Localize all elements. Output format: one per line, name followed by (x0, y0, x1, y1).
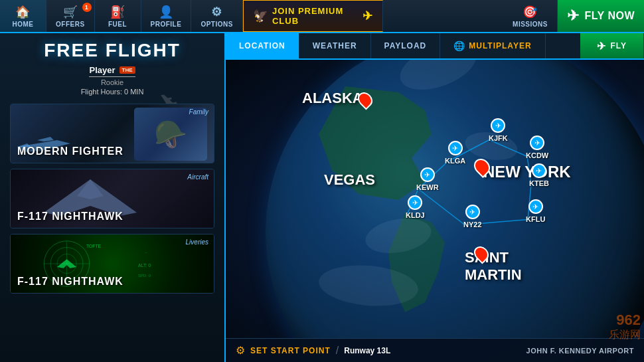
fly-tab-icon: ✈ (597, 40, 606, 52)
fly-now-icon: ✈ (567, 7, 580, 25)
kteb-label: KTEB (529, 179, 549, 187)
watermark-962: 962 (616, 312, 641, 329)
nav-fly-now[interactable]: ✈ FLY NOW (558, 0, 644, 32)
airport-kteb[interactable]: ✈ KTEB (529, 163, 549, 187)
saint-martin-pin[interactable] (475, 246, 488, 262)
airport-kflu[interactable]: ✈ KFLU (526, 199, 545, 223)
gear-icon: ⚙ (236, 344, 245, 357)
premium-wing-right: ✈ (362, 9, 373, 23)
nav-options-label: OPTIONS (201, 21, 233, 28)
profile-icon: 👤 (159, 5, 174, 19)
ny22-label: NY22 (463, 221, 482, 228)
set-start-point-button[interactable]: ⚙ SET START POINT (236, 344, 331, 357)
svg-text:ALT: 0: ALT: 0 (138, 263, 151, 268)
options-icon: ⚙ (211, 5, 222, 19)
tab-weather-label: WEATHER (313, 41, 357, 50)
svg-text:SPD: 0: SPD: 0 (138, 274, 151, 278)
kflu-label: KFLU (526, 215, 545, 223)
airport-name: JOHN F. KENNEDY AIRPORT (526, 347, 634, 355)
runway-separator: / (336, 345, 339, 357)
set-start-label: SET START POINT (250, 346, 331, 355)
tab-fly[interactable]: ✈ FLY (580, 33, 644, 58)
offers-icon: 🛒 (63, 5, 78, 19)
missions-icon: 🎯 (523, 5, 538, 19)
fuel-icon: ⛽ (110, 5, 125, 19)
kjfk-label: KJFK (489, 134, 508, 142)
right-panel: LOCATION WEATHER PAYLOAD 🌐 MULTIPLAYER ✈… (226, 33, 644, 362)
svg-text:TOFTE: TOFTE (86, 244, 102, 248)
airport-klga[interactable]: ✈ KLGA (445, 141, 465, 165)
new-york-pin[interactable] (475, 158, 489, 175)
card-f117-aircraft-title: F-117 NIGHTHAWK (17, 211, 123, 223)
card-liveries-label: Liveries (186, 238, 208, 246)
kjfk-circle[interactable]: ✈ (491, 118, 505, 133)
tab-payload-label: PAYLOAD (384, 41, 427, 50)
tab-payload[interactable]: PAYLOAD (371, 33, 441, 58)
kewr-label: KEWR (416, 183, 439, 191)
tab-fly-label: FLY (610, 41, 627, 50)
kldj-label: KLDJ (406, 211, 425, 219)
nav-offers[interactable]: 🛒 OFFERS 1 (46, 0, 95, 32)
tab-weather[interactable]: WEATHER (299, 33, 371, 58)
card-f117-liveries[interactable]: TOFTE -- ALT: 0 SPD: 0 Liveries F-117 NI… (10, 234, 214, 294)
watermark-site: 乐游网 (609, 328, 641, 342)
nav-profile-label: PROFILE (151, 21, 182, 28)
offers-badge: 1 (82, 3, 92, 12)
left-panel: ✈ FREE FLIGHT Player THE Rookie Flight H… (0, 33, 226, 362)
airport-ny22[interactable]: ✈ NY22 (463, 205, 482, 228)
kewr-circle[interactable]: ✈ (420, 167, 435, 182)
kcdw-label: KCDW (526, 151, 548, 159)
svg-text:--: -- (145, 250, 147, 254)
svg-marker-1 (37, 137, 54, 141)
card-aircraft-label: Aircraft (187, 173, 208, 181)
ny22-circle[interactable]: ✈ (465, 205, 480, 219)
kflu-circle[interactable]: ✈ (528, 199, 543, 214)
card-modern-fighter[interactable]: 🪖 Family MODERN FIGHTER (10, 104, 214, 163)
nav-fuel[interactable]: ⛽ FUEL (95, 0, 141, 32)
airport-kcdw[interactable]: ✈ KCDW (526, 136, 548, 159)
globe (266, 60, 644, 362)
card-f117-liveries-title: F-117 NIGHTHAWK (17, 276, 123, 288)
multiplayer-icon: 🌐 (453, 41, 465, 51)
nav-fly-now-label: FLY NOW (584, 10, 635, 22)
home-icon: 🏠 (15, 5, 31, 19)
premium-wing-left: 🦅 (253, 9, 268, 23)
nav-home[interactable]: 🏠 HOME (0, 0, 46, 32)
card-f117-aircraft[interactable]: Aircraft F-117 NIGHTHAWK (10, 169, 214, 228)
airport-kjfk[interactable]: ✈ KJFK (489, 118, 508, 142)
map-tabs: LOCATION WEATHER PAYLOAD 🌐 MULTIPLAYER ✈… (226, 33, 644, 60)
player-name: Player (89, 65, 115, 75)
nav-missions[interactable]: 🎯 MISSIONS (503, 0, 558, 32)
nav-options[interactable]: ⚙ OPTIONS (191, 0, 243, 32)
tab-location-label: LOCATION (239, 41, 285, 50)
klga-circle[interactable]: ✈ (448, 141, 463, 155)
runway-label: Runway 13L (344, 346, 390, 355)
aircraft-cards: 🪖 Family MODERN FIGHTER (10, 104, 214, 294)
nav-missions-label: MISSIONS (513, 21, 548, 28)
top-navigation: 🏠 HOME 🛒 OFFERS 1 ⛽ FUEL 👤 PROFILE ⚙ OPT… (0, 0, 644, 33)
tab-location[interactable]: LOCATION (226, 33, 299, 58)
map-area[interactable]: ALASKA VEGAS NEW YORK SAINTMARTIN ✈ KJFK (226, 60, 644, 362)
kteb-circle[interactable]: ✈ (532, 163, 546, 178)
airport-kldj[interactable]: ✈ KLDJ (406, 195, 425, 219)
player-badge: THE (120, 66, 135, 74)
main-content: ✈ FREE FLIGHT Player THE Rookie Flight H… (0, 33, 644, 362)
klga-label: KLGA (445, 157, 465, 165)
kldj-circle[interactable]: ✈ (408, 195, 422, 210)
nav-profile[interactable]: 👤 PROFILE (141, 0, 192, 32)
nav-offers-label: OFFERS (56, 21, 85, 28)
alaska-pin[interactable] (359, 92, 372, 108)
card-modern-fighter-title: MODERN FIGHTER (17, 145, 123, 157)
nav-home-label: HOME (13, 21, 34, 28)
premium-club-label: JOIN PREMIUM CLUB (272, 6, 359, 26)
tab-multiplayer-label: MULTIPLAYER (469, 41, 531, 50)
map-bottom-bar: ⚙ SET START POINT / Runway 13L JOHN F. K… (226, 338, 644, 362)
card-family-label: Family (189, 108, 208, 116)
nav-premium-club[interactable]: 🦅 JOIN PREMIUM CLUB ✈ (243, 0, 383, 32)
tab-multiplayer[interactable]: 🌐 MULTIPLAYER (440, 33, 545, 58)
nav-fuel-label: FUEL (108, 21, 127, 28)
airport-kewr[interactable]: ✈ KEWR (416, 167, 439, 191)
free-flight-title: FREE FLIGHT (44, 40, 181, 61)
kcdw-circle[interactable]: ✈ (530, 136, 544, 150)
